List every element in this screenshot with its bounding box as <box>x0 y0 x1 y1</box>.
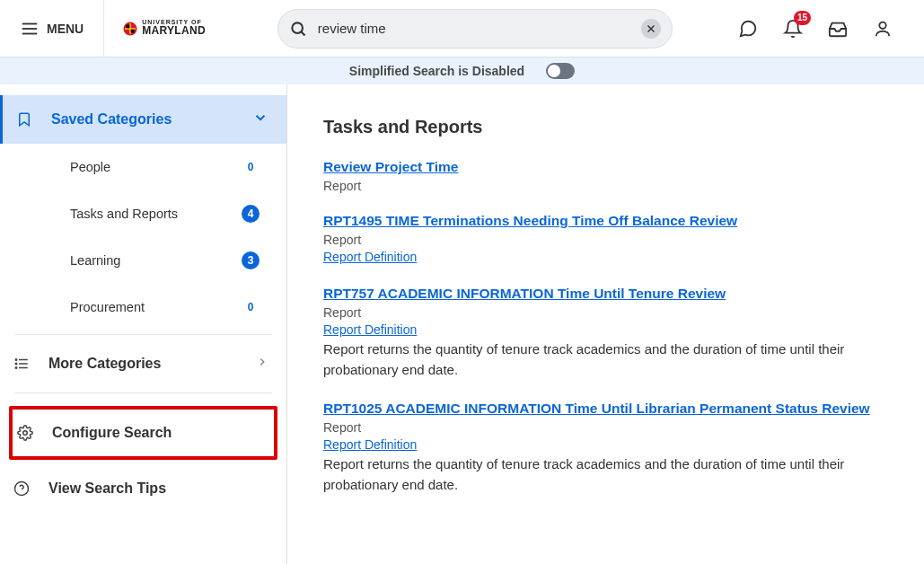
chevron-right-icon <box>256 356 268 368</box>
configure-search-label: Configure Search <box>52 425 256 441</box>
banner-text: Simplified Search is Disabled <box>349 64 524 78</box>
sidebar-item-count: 3 <box>242 251 260 269</box>
simplified-search-toggle[interactable] <box>546 63 575 79</box>
results-section-title: Tasks and Reports <box>323 117 897 137</box>
logo[interactable]: UNIVERSITY OF MARYLAND <box>104 20 224 36</box>
more-categories[interactable]: More Categories <box>0 339 286 389</box>
divider <box>14 392 272 393</box>
saved-categories-header[interactable]: Saved Categories <box>0 95 286 144</box>
gear-icon <box>17 425 33 441</box>
more-categories-label: More Categories <box>48 356 256 372</box>
svg-rect-4 <box>127 24 130 28</box>
simplified-search-banner: Simplified Search is Disabled <box>0 57 924 84</box>
configure-search-highlight: Configure Search <box>9 406 277 460</box>
result-definition-link[interactable]: Report Definition <box>323 437 417 452</box>
result-description: Report returns the quantity of tenure tr… <box>323 454 897 496</box>
search-result: RPT1495 TIME Terminations Needing Time O… <box>323 213 897 266</box>
inbox-button[interactable] <box>818 9 858 48</box>
search-icon <box>289 20 307 38</box>
result-type: Report <box>323 305 897 320</box>
result-definition-link[interactable]: Report Definition <box>323 322 417 337</box>
menu-button[interactable]: MENU <box>0 0 104 57</box>
chat-icon <box>738 19 758 39</box>
result-type: Report <box>323 420 897 435</box>
result-title-link[interactable]: Review Project Time <box>323 159 458 175</box>
svg-line-7 <box>301 31 304 35</box>
topbar: MENU UNIVERSITY OF MARYLAND 15 <box>0 0 924 57</box>
view-search-tips[interactable]: View Search Tips <box>0 463 286 514</box>
result-definition-link[interactable]: Report Definition <box>323 250 417 264</box>
saved-categories-label: Saved Categories <box>51 111 252 128</box>
search-box[interactable] <box>277 9 673 48</box>
svg-point-15 <box>15 363 17 365</box>
svg-point-16 <box>15 367 17 369</box>
help-icon <box>13 480 30 497</box>
svg-point-14 <box>15 359 17 361</box>
result-title-link[interactable]: RPT757 ACADEMIC INFORMATION Time Until T… <box>323 286 726 302</box>
sidebar-item-label: Tasks and Reports <box>70 207 242 221</box>
bookmark-icon <box>16 111 32 128</box>
sidebar-item-label: Procurement <box>70 300 242 314</box>
svg-rect-5 <box>131 29 135 32</box>
main-area: Saved Categories People0Tasks and Report… <box>0 84 924 564</box>
sidebar-item-people[interactable]: People0 <box>0 144 286 190</box>
sidebar-item-procurement[interactable]: Procurement0 <box>0 284 286 330</box>
chevron-down-icon <box>252 110 268 126</box>
inbox-icon <box>828 19 848 39</box>
profile-button[interactable] <box>863 9 902 48</box>
result-title-link[interactable]: RPT1025 ACADEMIC INFORMATION Time Until … <box>323 401 870 417</box>
svg-point-17 <box>23 431 28 436</box>
sidebar-item-tasks-and-reports[interactable]: Tasks and Reports4 <box>0 190 286 237</box>
sidebar-item-learning[interactable]: Learning3 <box>0 237 286 284</box>
search-result: Review Project TimeReport <box>323 159 897 193</box>
person-icon <box>873 19 893 39</box>
view-search-tips-label: View Search Tips <box>48 480 268 497</box>
search-input[interactable] <box>318 21 641 36</box>
chat-button[interactable] <box>728 9 768 48</box>
menu-label: MENU <box>47 22 84 36</box>
sidebar-item-count: 0 <box>242 298 260 316</box>
close-icon <box>646 23 656 34</box>
logo-text-bottom: MARYLAND <box>142 26 206 36</box>
result-description: Report returns the quantity of tenure tr… <box>323 339 897 381</box>
notifications-badge: 15 <box>794 11 811 25</box>
divider <box>14 334 272 335</box>
sidebar-item-count: 0 <box>242 158 260 176</box>
result-title-link[interactable]: RPT1495 TIME Terminations Needing Time O… <box>323 213 737 229</box>
search-container <box>277 9 673 48</box>
notifications-button[interactable]: 15 <box>773 9 813 48</box>
svg-point-10 <box>879 22 885 28</box>
search-result: RPT1025 ACADEMIC INFORMATION Time Until … <box>323 401 897 496</box>
configure-search[interactable]: Configure Search <box>13 410 274 456</box>
sidebar-item-count: 4 <box>242 205 260 223</box>
sidebar: Saved Categories People0Tasks and Report… <box>0 84 287 564</box>
search-clear-button[interactable] <box>641 19 661 39</box>
search-result: RPT757 ACADEMIC INFORMATION Time Until T… <box>323 286 897 381</box>
sidebar-item-label: People <box>70 160 242 174</box>
sidebar-item-label: Learning <box>70 253 242 268</box>
svg-point-6 <box>292 22 303 33</box>
hamburger-icon <box>20 19 40 39</box>
maryland-seal-icon <box>122 21 138 37</box>
result-type: Report <box>323 179 897 193</box>
list-icon <box>13 356 30 372</box>
search-results: Tasks and Reports Review Project TimeRep… <box>287 84 924 564</box>
result-type: Report <box>323 233 897 247</box>
